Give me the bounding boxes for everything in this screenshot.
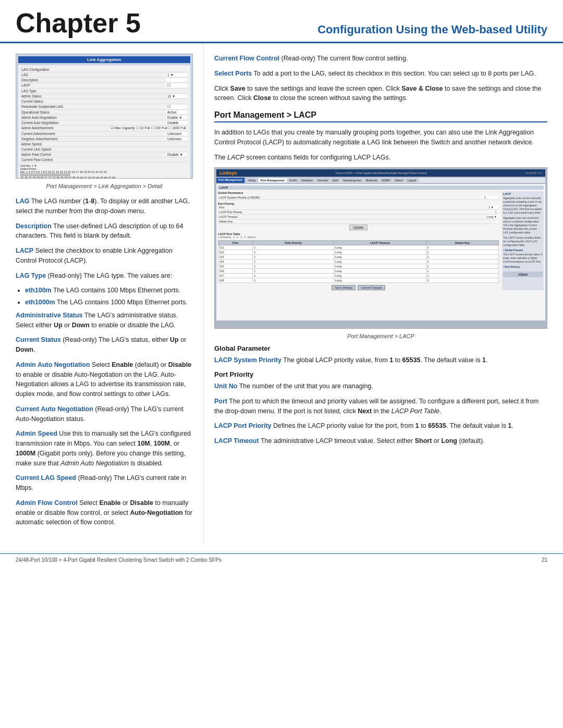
sim-form: LAG Configuration LAG1 ▼ Description LAC… bbox=[18, 65, 190, 179]
para-admin-flow: Admin Flow Control Select Enable or Disa… bbox=[16, 498, 193, 527]
nav-port-mgmt: Port Management bbox=[259, 178, 287, 182]
para-admin-auto-neg: Admin Auto Negotiation Select Enable (de… bbox=[16, 360, 193, 399]
para-current-status: Current Status (Read-only) The LAG's sta… bbox=[16, 335, 193, 355]
table-row: Gi71Long1 bbox=[218, 274, 499, 278]
para-lacp-system-priority-text: The global LACP priority value, from 1 t… bbox=[283, 356, 487, 364]
para-port: Port The port to which the timeout and p… bbox=[214, 397, 547, 416]
para-select-ports: Select Ports To add a port to the LAG, s… bbox=[214, 69, 547, 79]
table-row: Gi81Long1 bbox=[218, 278, 499, 283]
cisco-text: cisco bbox=[504, 273, 542, 276]
term-admin-auto-neg: Admin Auto Negotiation bbox=[16, 361, 90, 368]
sidebar-text-2: Aggregate uses can commonly exist in a n… bbox=[503, 216, 543, 235]
sidebar-port-priority-link[interactable]: • Port Priority bbox=[503, 265, 543, 268]
update-button[interactable]: Update bbox=[349, 225, 368, 230]
col-path-priority: Path Priority bbox=[253, 241, 334, 245]
term-lacp-timeout: LACP Timeout bbox=[214, 437, 259, 445]
para-lacp-port-priority: LACP Port Priority Defines the LACP prio… bbox=[214, 421, 547, 431]
port-label: Port bbox=[219, 206, 224, 209]
cell-adminkey: 1 bbox=[426, 269, 498, 274]
cell-priority: 1 bbox=[253, 264, 334, 269]
cell-port: Gi7 bbox=[218, 274, 253, 278]
lacp-timeout-label: LACP Timeout bbox=[219, 215, 237, 218]
nav-statistics: Statistics bbox=[299, 178, 315, 182]
linksys-nav-container: Port Management Setup Port Management VL… bbox=[216, 178, 545, 183]
para-unit-no-text: The number of the unit that you are mana… bbox=[239, 382, 373, 390]
term-admin-speed: Admin Speed bbox=[16, 430, 57, 437]
nav-admin: Admin bbox=[393, 178, 405, 182]
nav-multicast: Multicast bbox=[364, 178, 380, 182]
term-unit-no: Unit No bbox=[214, 382, 237, 390]
para-admin-status: Administrative Status The LAG's administ… bbox=[16, 311, 193, 330]
port-priority-heading: Port Priority bbox=[214, 371, 547, 378]
nav-logout: Logout bbox=[406, 178, 419, 182]
cell-timeout: Long bbox=[334, 255, 426, 260]
para-current-flow-text: (Read-only) The current flow control set… bbox=[281, 55, 408, 62]
para-lacp-timeout: LACP Timeout The administrative LACP tim… bbox=[214, 436, 547, 446]
para-port-text: The port to which the timeout and priori… bbox=[214, 398, 539, 415]
lacp-port-priority-row: LACP Port Priority 1 bbox=[218, 210, 499, 215]
admin-key-row: Admin Key bbox=[218, 219, 499, 224]
para-lagtype-text: (Read-only) The LAG type. The values are… bbox=[48, 272, 173, 279]
cell-port: Gi1 bbox=[218, 245, 253, 250]
linksys-version: SLM2048 v1.0 bbox=[525, 171, 542, 175]
term-description: Description bbox=[16, 223, 52, 230]
cell-port: Gi3 bbox=[218, 255, 253, 260]
left-column: Link Aggregation LAG Configuration LAG1 … bbox=[0, 43, 203, 543]
para-select-ports-text: To add a port to the LAG, select its che… bbox=[254, 70, 536, 77]
col-port: Port bbox=[218, 241, 253, 245]
port-val: 1 ▼ bbox=[487, 206, 498, 209]
nav-qos: QoS bbox=[331, 178, 340, 182]
eth1000m-text: The LAG contains 1000 Mbps Ethernet port… bbox=[57, 299, 188, 306]
sidebar-text-1: Aggregate uses can be manually created b… bbox=[503, 196, 543, 215]
cell-timeout: Long bbox=[334, 269, 426, 274]
para-current-lag-speed: Current LAG Speed (Read-only) The LAG's … bbox=[16, 473, 193, 493]
para-lacp-port-priority-text: Defines the LACP priority value for the … bbox=[273, 422, 513, 429]
para-save-text: Click Save to save the settings and leav… bbox=[214, 84, 547, 104]
sidebar-global-params-link[interactable]: • Global Params bbox=[503, 249, 543, 252]
cell-timeout: Long bbox=[334, 250, 426, 255]
col-admin-key: Admin Key bbox=[426, 241, 498, 245]
cell-port: Gi6 bbox=[218, 269, 253, 274]
term-current-lag-speed: Current LAG Speed bbox=[16, 474, 76, 482]
table-row: Gi11Long1 bbox=[218, 245, 499, 250]
para-lacp-intro: In addition to LAGs that you create by m… bbox=[214, 128, 547, 147]
term-current-auto-neg: Current Auto Negotiation bbox=[16, 405, 93, 413]
cell-adminkey: 1 bbox=[426, 260, 498, 264]
term-select-ports: Select Ports bbox=[214, 70, 252, 77]
lacp-form-title: LACP bbox=[218, 186, 544, 190]
cell-priority: 1 bbox=[253, 269, 334, 274]
cell-adminkey: 1 bbox=[426, 264, 498, 269]
lacp-port-table-nav: <<Previous 1 2 3 4 Next>> bbox=[218, 236, 499, 239]
para-lag-text: The LAG number (1-8). To display or edit… bbox=[16, 198, 190, 215]
linksys-nav-bar: Setup Port Management VLAN Statistics Se… bbox=[246, 178, 545, 183]
sidebar-lacp-label: LACP bbox=[503, 192, 543, 195]
list-item: eth100m The LAG contains 100 Mbps Ethern… bbox=[25, 286, 193, 295]
global-param-heading: Global Parameter bbox=[214, 344, 547, 352]
sim-title-bar: Link Aggregation bbox=[18, 56, 190, 63]
term-admin-status: Administrative Status bbox=[16, 312, 83, 319]
admin-key-val bbox=[496, 220, 498, 223]
para-lagtype: LAG Type (Read-only) The LAG type. The v… bbox=[16, 271, 193, 281]
cell-timeout: Long bbox=[334, 260, 426, 264]
term-lacp-port-priority: LACP Port Priority bbox=[214, 422, 272, 429]
table-row: Gi21Long1 bbox=[218, 250, 499, 255]
para-description: Description The user-defined LAG descrip… bbox=[16, 221, 193, 241]
sidebar-text-3: The LACP screen contains fields for conf… bbox=[503, 236, 543, 247]
nav-snmp: SNMP bbox=[380, 178, 392, 182]
table-row: Gi31Long1 bbox=[218, 255, 499, 260]
term-lagtype: LAG Type bbox=[16, 272, 46, 279]
lacp-system-priority-row: LACP System Priority (1-65535) 1 bbox=[218, 195, 499, 200]
term-lacp: LACP bbox=[16, 247, 33, 254]
linksys-model: 24-port 10/100 + 4-Port Gigabit Standalo… bbox=[335, 171, 427, 175]
para-lacp-text: Select the checkbox to enable Link Aggre… bbox=[16, 247, 173, 264]
term-eth100m: eth100m bbox=[25, 287, 52, 294]
cancel-changes-button[interactable]: Cancel Changes bbox=[358, 285, 385, 290]
lagtype-bullets: eth100m The LAG contains 100 Mbps Ethern… bbox=[25, 286, 193, 307]
admin-key-label: Admin Key bbox=[219, 220, 233, 223]
cell-port: Gi5 bbox=[218, 264, 253, 269]
main-content: Link Aggregation LAG Configuration LAG1 … bbox=[0, 43, 563, 543]
para-lag: LAG The LAG number (1-8). To display or … bbox=[16, 196, 193, 216]
para-lacp-screen-desc: The LACP screen contains fields for conf… bbox=[214, 153, 547, 163]
save-settings-button[interactable]: Save Settings bbox=[332, 285, 356, 290]
linksys-logo: Linksys bbox=[219, 170, 237, 176]
